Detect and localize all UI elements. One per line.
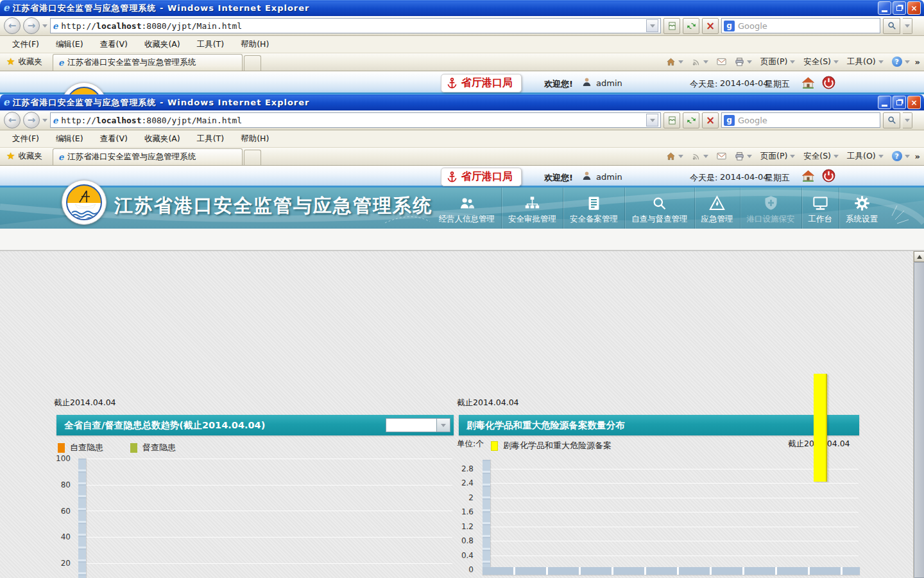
scrollbar-thumb[interactable] — [914, 262, 924, 578]
titlebar[interactable]: e 江苏省港口安全监管与应急管理系统 - Windows Internet Ex… — [0, 0, 924, 16]
search-input[interactable]: g Google — [721, 112, 880, 128]
operators-people-icon — [458, 195, 475, 212]
hazard-bar — [814, 374, 827, 482]
command-bar: 页面(P) 安全(S) 工具(O) ? » — [659, 53, 924, 71]
page-menu[interactable]: 页面(P) — [757, 148, 798, 164]
menu-tools[interactable]: 工具(T) — [189, 131, 232, 147]
menu-file[interactable]: 文件(F) — [4, 131, 47, 147]
safety-menu[interactable]: 安全(S) — [800, 54, 842, 69]
search-options-button[interactable] — [903, 18, 912, 34]
stop-button[interactable]: × — [702, 112, 719, 128]
feeds-button[interactable] — [689, 54, 712, 69]
tools-menu[interactable]: 工具(O) — [844, 148, 887, 164]
close-button[interactable]: × — [907, 96, 921, 109]
home-button[interactable] — [663, 54, 687, 69]
forward-button[interactable]: → — [23, 17, 40, 34]
menu-bar: 文件(F) 编辑(E) 查看(V) 收藏夹(A) 工具(T) 帮助(H) — [0, 36, 924, 53]
history-dropdown-icon[interactable] — [42, 24, 47, 28]
address-dropdown-button[interactable] — [646, 114, 658, 127]
ie-icon: e — [3, 3, 10, 13]
close-button[interactable]: × — [907, 1, 921, 15]
overflow-chevron[interactable]: » — [915, 57, 920, 67]
new-tab-stub[interactable] — [244, 55, 261, 71]
site-logo — [62, 180, 107, 225]
history-dropdown-icon[interactable] — [42, 119, 47, 122]
safety-menu[interactable]: 安全(S) — [800, 148, 842, 164]
search-go-button[interactable] — [883, 112, 900, 128]
left-chart-y-axis — [78, 459, 86, 578]
left-chart-period-select[interactable] — [386, 418, 450, 432]
refresh-button[interactable] — [683, 18, 699, 34]
menu-tools[interactable]: 工具(T) — [189, 37, 232, 53]
nav-settings[interactable]: 系统设置 — [839, 188, 884, 229]
right-ytick: 0.4 — [441, 551, 474, 560]
menu-help[interactable]: 帮助(H) — [232, 131, 277, 147]
left-chart-legend: 自查隐患 督查隐患 — [58, 442, 176, 453]
back-button[interactable]: ← — [4, 112, 21, 128]
select-dropdown-icon[interactable] — [437, 418, 450, 432]
address-input[interactable]: e http://localhost:8080/yjpt/Main.html — [50, 18, 661, 33]
page-menu[interactable]: 页面(P) — [757, 54, 798, 69]
page-body: 省厅港口局 欢迎您! admin 今天是: 2014-04-04 星期五 — [0, 166, 924, 578]
menu-view[interactable]: 查看(V) — [92, 131, 136, 147]
nav-emergency[interactable]: 应急管理 — [694, 188, 740, 229]
vertical-scrollbar[interactable] — [913, 251, 924, 578]
home-button[interactable] — [663, 148, 687, 164]
compatibility-view-button[interactable] — [663, 18, 680, 34]
nav-port-security[interactable]: 港口设施保安 — [740, 188, 801, 229]
address-bar-row: ← → e http://localhost:8080/yjpt/Main.ht… — [0, 16, 924, 36]
right-chart-header: 剧毒化学品和重大危险源备案数量分布 — [459, 415, 859, 435]
favorites-button[interactable]: ★ 收藏夹 — [0, 147, 49, 165]
menu-view[interactable]: 查看(V) — [92, 37, 136, 53]
legend-swatch-self-inspection — [58, 443, 65, 453]
mail-button[interactable] — [714, 54, 730, 69]
compatibility-view-button[interactable] — [663, 112, 680, 128]
nav-safety-approval[interactable]: 安全审批管理 — [501, 188, 563, 229]
help-menu[interactable]: ? — [889, 148, 913, 164]
print-button[interactable] — [732, 148, 755, 164]
address-input[interactable]: e http://localhost:8080/yjpt/Main.html — [50, 112, 661, 128]
tab-main[interactable]: e 江苏省港口安全监管与应急管理系统 — [53, 148, 243, 165]
tools-menu[interactable]: 工具(O) — [844, 54, 887, 69]
print-button[interactable] — [732, 54, 755, 69]
forward-button[interactable]: → — [23, 112, 40, 128]
favorites-button[interactable]: ★ 收藏夹 — [0, 53, 49, 71]
nav-workbench[interactable]: 工作台 — [801, 188, 839, 229]
new-tab-stub[interactable] — [244, 150, 261, 165]
overflow-chevron[interactable]: » — [915, 152, 920, 161]
menu-help[interactable]: 帮助(H) — [232, 37, 277, 53]
search-input[interactable]: g Google — [721, 18, 880, 33]
titlebar[interactable]: e 江苏省港口安全监管与应急管理系统 - Windows Internet Ex… — [0, 94, 924, 110]
tab-main[interactable]: e 江苏省港口安全监管与应急管理系统 — [53, 54, 243, 71]
address-dropdown-button[interactable] — [646, 19, 658, 32]
feeds-button[interactable] — [689, 148, 712, 164]
restore-button[interactable] — [893, 96, 906, 109]
nav-operators[interactable]: 经营人信息管理 — [432, 188, 502, 229]
main-nav: 经营人信息管理 安全审批管理 安全备案管理 自查与督查管理 — [432, 188, 885, 229]
menu-edit[interactable]: 编辑(E) — [47, 131, 92, 147]
home-house-icon[interactable] — [801, 168, 816, 183]
minimize-button[interactable] — [878, 1, 891, 15]
nav-safety-filing[interactable]: 安全备案管理 — [563, 188, 624, 229]
help-menu[interactable]: ? — [889, 54, 913, 69]
menu-file[interactable]: 文件(F) — [4, 37, 47, 53]
menu-favorites[interactable]: 收藏夹(A) — [136, 37, 189, 53]
restore-button[interactable] — [893, 1, 906, 15]
stop-button[interactable]: × — [702, 18, 719, 34]
search-options-button[interactable] — [903, 112, 912, 128]
scroll-up-button[interactable] — [914, 251, 924, 262]
nav-inspection[interactable]: 自查与督查管理 — [624, 188, 694, 229]
power-logout-icon[interactable] — [821, 75, 836, 90]
mail-button[interactable] — [714, 148, 730, 164]
desktop-screen: e 江苏省港口安全监管与应急管理系统 - Windows Internet Ex… — [0, 0, 924, 578]
home-house-icon[interactable] — [801, 75, 816, 90]
search-go-button[interactable] — [883, 18, 900, 34]
refresh-button[interactable] — [683, 112, 699, 128]
minimize-button[interactable] — [878, 96, 891, 109]
power-logout-icon[interactable] — [821, 168, 836, 183]
menu-favorites[interactable]: 收藏夹(A) — [136, 131, 189, 147]
favorites-bar: ★ 收藏夹 e 江苏省港口安全监管与应急管理系统 — [0, 148, 924, 166]
left-ytick: 20 — [37, 559, 71, 568]
menu-edit[interactable]: 编辑(E) — [47, 37, 92, 53]
back-button[interactable]: ← — [4, 17, 21, 34]
